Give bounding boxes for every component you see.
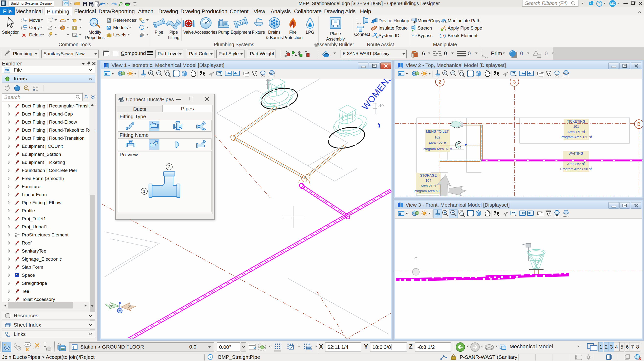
svg-text:?: ? (598, 2, 600, 6)
svg-text:+: + (444, 71, 446, 75)
svg-text:2: 2 (168, 165, 170, 169)
svg-text:+: + (150, 71, 152, 75)
svg-text:MENS TOILET: MENS TOILET (426, 129, 449, 133)
svg-text:2: 2 (438, 79, 441, 84)
svg-text:3: 3 (513, 79, 516, 84)
svg-text:Area 21 sf: Area 21 sf (420, 184, 436, 188)
svg-text:i: i (93, 19, 95, 25)
svg-text:A: A (74, 32, 78, 38)
svg-text:i: i (106, 73, 106, 75)
svg-text:B: B (637, 121, 640, 127)
svg-text:Program Area 850 sf: Program Area 850 sf (560, 167, 592, 171)
svg-text:i: i (400, 213, 400, 215)
svg-text:−: − (452, 210, 454, 214)
svg-text:Program Area 150 sf: Program Area 150 sf (560, 135, 592, 139)
svg-text:Program Area 50 sf: Program Area 50 sf (414, 189, 443, 193)
svg-text:104: 104 (426, 179, 431, 182)
svg-text:Area 122 sf: Area 122 sf (428, 141, 446, 145)
svg-text:ID: ID (376, 36, 378, 38)
svg-text:Area 862 sf: Area 862 sf (567, 162, 585, 166)
svg-text:i: i (400, 73, 400, 75)
svg-text:Area 150 sf: Area 150 sf (568, 130, 585, 134)
svg-text:−: − (452, 71, 454, 75)
svg-text:102: 102 (434, 135, 440, 139)
svg-text:i: i (141, 26, 142, 29)
svg-text:WAITING: WAITING (569, 151, 583, 155)
svg-text:1: 1 (143, 189, 145, 194)
svg-text:−: − (158, 71, 160, 75)
svg-text:TICKETING: TICKETING (567, 119, 585, 123)
svg-text:+: + (444, 210, 446, 214)
svg-text:101: 101 (573, 125, 579, 128)
svg-text:1: 1 (591, 1, 593, 4)
svg-text:STORAGE: STORAGE (420, 173, 437, 177)
svg-text:Program Area 92 sf: Program Area 92 sf (423, 147, 452, 151)
